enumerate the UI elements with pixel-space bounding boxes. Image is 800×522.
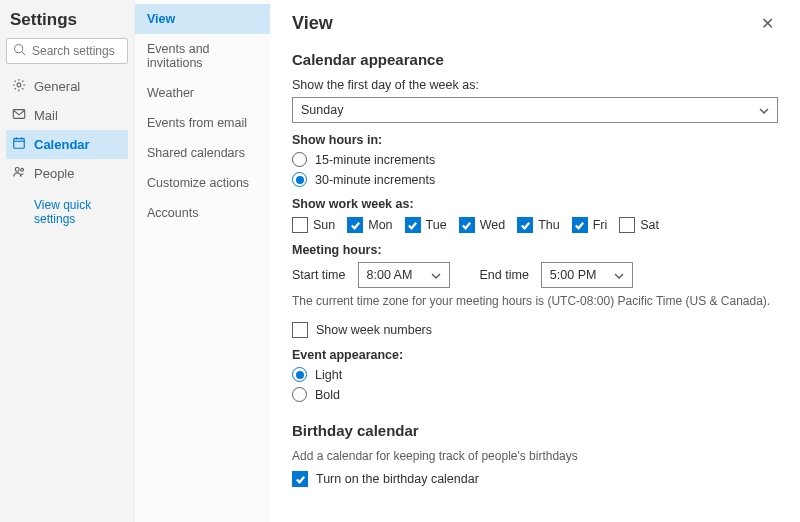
checkbox-label: Turn on the birthday calendar [316, 472, 479, 486]
sidebar-item-label: Calendar [34, 137, 90, 152]
svg-point-8 [15, 167, 19, 171]
section-heading-birthday: Birthday calendar [292, 422, 778, 439]
sidebar-item-label: Mail [34, 108, 58, 123]
day-mon[interactable]: Mon [347, 217, 392, 233]
meeting-hours-label: Meeting hours: [292, 243, 778, 257]
day-label: Fri [593, 218, 608, 232]
birthday-subtext: Add a calendar for keeping track of peop… [292, 449, 778, 463]
radio-icon [292, 172, 307, 187]
checkbox-icon [347, 217, 363, 233]
sidebar-item-calendar[interactable]: Calendar [6, 130, 128, 159]
svg-point-9 [21, 168, 24, 171]
subnav-item-customize-actions[interactable]: Customize actions [135, 168, 270, 198]
work-week-days: Sun Mon Tue Wed Thu Fri Sat [292, 217, 778, 233]
checkbox-icon [459, 217, 475, 233]
first-day-label: Show the first day of the week as: [292, 78, 778, 92]
first-day-select[interactable]: Sunday [292, 97, 778, 123]
settings-subnav: View Events and invitations Weather Even… [135, 0, 270, 522]
close-button[interactable]: ✕ [757, 10, 778, 37]
search-input[interactable] [32, 44, 122, 58]
radio-bold[interactable]: Bold [292, 387, 778, 402]
checkbox-icon [292, 471, 308, 487]
settings-title: Settings [6, 6, 128, 38]
subnav-item-view[interactable]: View [135, 4, 270, 34]
end-time-value: 5:00 PM [550, 268, 597, 282]
day-label: Sat [640, 218, 659, 232]
page-title: View [292, 13, 333, 34]
subnav-item-accounts[interactable]: Accounts [135, 198, 270, 228]
svg-point-0 [15, 45, 23, 53]
day-sun[interactable]: Sun [292, 217, 335, 233]
checkbox-icon [572, 217, 588, 233]
timezone-note: The current time zone for your meeting h… [292, 294, 778, 308]
svg-point-2 [17, 83, 21, 87]
radio-label: 15-minute increments [315, 153, 435, 167]
sidebar-item-label: General [34, 79, 80, 94]
mail-icon [12, 107, 26, 124]
close-icon: ✕ [761, 15, 774, 32]
radio-icon [292, 387, 307, 402]
start-time-label: Start time [292, 268, 346, 282]
start-time-value: 8:00 AM [367, 268, 413, 282]
checkbox-icon [517, 217, 533, 233]
gear-icon [12, 78, 26, 95]
chevron-down-icon [759, 105, 769, 115]
subnav-item-shared-calendars[interactable]: Shared calendars [135, 138, 270, 168]
search-settings-box[interactable] [6, 38, 128, 64]
svg-line-1 [22, 52, 25, 55]
radio-light[interactable]: Light [292, 367, 778, 382]
end-time-select[interactable]: 5:00 PM [541, 262, 633, 288]
chevron-down-icon [431, 270, 441, 280]
checkbox-icon [292, 217, 308, 233]
sidebar-item-general[interactable]: General [6, 72, 128, 101]
show-week-numbers-check[interactable]: Show week numbers [292, 322, 778, 338]
settings-sidebar: Settings General Mail Calendar People Vi… [0, 0, 135, 522]
checkbox-icon [619, 217, 635, 233]
checkbox-icon [405, 217, 421, 233]
search-icon [13, 43, 26, 59]
section-heading-appearance: Calendar appearance [292, 51, 778, 68]
svg-rect-4 [14, 139, 25, 149]
day-label: Wed [480, 218, 505, 232]
first-day-value: Sunday [301, 103, 343, 117]
radio-15min[interactable]: 15-minute increments [292, 152, 778, 167]
view-quick-settings-link[interactable]: View quick settings [6, 188, 128, 232]
birthday-toggle-check[interactable]: Turn on the birthday calendar [292, 471, 778, 487]
day-wed[interactable]: Wed [459, 217, 505, 233]
start-time-select[interactable]: 8:00 AM [358, 262, 450, 288]
sidebar-item-label: People [34, 166, 74, 181]
day-tue[interactable]: Tue [405, 217, 447, 233]
sidebar-item-mail[interactable]: Mail [6, 101, 128, 130]
people-icon [12, 165, 26, 182]
main-pane: View ✕ Calendar appearance Show the firs… [270, 0, 800, 522]
event-appearance-label: Event appearance: [292, 348, 778, 362]
subnav-item-events-invitations[interactable]: Events and invitations [135, 34, 270, 78]
day-label: Thu [538, 218, 560, 232]
show-hours-label: Show hours in: [292, 133, 778, 147]
end-time-label: End time [480, 268, 529, 282]
subnav-item-events-from-email[interactable]: Events from email [135, 108, 270, 138]
chevron-down-icon [614, 270, 624, 280]
radio-label: 30-minute increments [315, 173, 435, 187]
radio-label: Light [315, 368, 342, 382]
sidebar-item-people[interactable]: People [6, 159, 128, 188]
radio-label: Bold [315, 388, 340, 402]
subnav-item-weather[interactable]: Weather [135, 78, 270, 108]
radio-icon [292, 367, 307, 382]
radio-icon [292, 152, 307, 167]
checkbox-icon [292, 322, 308, 338]
day-fri[interactable]: Fri [572, 217, 608, 233]
day-label: Tue [426, 218, 447, 232]
checkbox-label: Show week numbers [316, 323, 432, 337]
day-sat[interactable]: Sat [619, 217, 659, 233]
work-week-label: Show work week as: [292, 197, 778, 211]
day-label: Mon [368, 218, 392, 232]
radio-30min[interactable]: 30-minute increments [292, 172, 778, 187]
day-thu[interactable]: Thu [517, 217, 560, 233]
day-label: Sun [313, 218, 335, 232]
calendar-icon [12, 136, 26, 153]
